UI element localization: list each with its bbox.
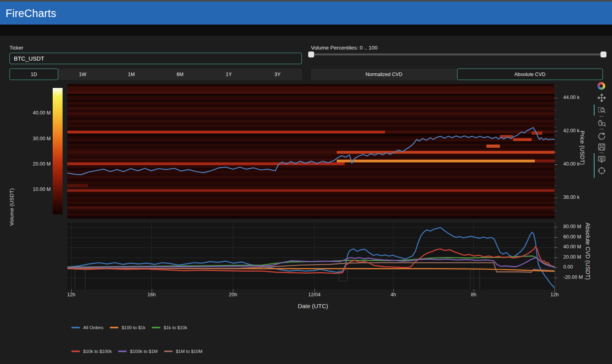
cvd-lines xyxy=(67,222,555,290)
x-tick-label: 12h xyxy=(57,292,85,297)
legend-swatch xyxy=(118,351,127,352)
cvd-minor-tick xyxy=(555,246,556,246)
timeframe-button-1m[interactable]: 1M xyxy=(107,69,156,80)
cvd-minor-tick xyxy=(555,233,556,234)
cvd-tick-mark xyxy=(555,267,557,268)
legend-item: All Orders xyxy=(71,325,103,330)
volume-colorbar xyxy=(53,88,63,214)
x-tick-label: 4h xyxy=(379,292,407,297)
cvd-minor-tick xyxy=(555,279,556,279)
cvd-mode-button-group: Normalized CVDAbsolute CVD xyxy=(311,69,603,80)
volume-tick-label: 20.00 M xyxy=(7,161,51,168)
cvd-minor-tick xyxy=(555,228,556,229)
cvd-tick-label: 0.00 xyxy=(563,264,573,271)
x-tick-label: 12/04 xyxy=(301,292,328,297)
x-tick-label: 12h xyxy=(541,292,568,297)
ticker-input[interactable] xyxy=(10,53,302,64)
price-minor-tick xyxy=(555,185,556,186)
cvd-plot[interactable] xyxy=(67,222,555,290)
cvd-axis-title: Absolute CVD (USDT) xyxy=(585,223,591,280)
price-tick-label: 40.00 k xyxy=(563,161,580,168)
percentile-min-handle[interactable] xyxy=(308,51,314,57)
x-tick-mark xyxy=(474,289,474,292)
x-tick-mark xyxy=(393,289,394,292)
cvd-tick-mark xyxy=(555,247,557,248)
percentile-label: Volume Percentiles: 0 .. 100 xyxy=(311,45,377,51)
x-tick-mark xyxy=(233,289,233,292)
price-line xyxy=(67,84,555,219)
legend-row: $10k to $100k$100k to $1M$1M to $10M xyxy=(71,349,202,354)
cvd-minor-tick xyxy=(555,223,556,223)
watermark-fragment xyxy=(470,269,480,290)
cvd-minor-tick xyxy=(555,286,556,287)
legend-label: $100 to $1k xyxy=(122,325,145,330)
price-tick-label: 38.00 k xyxy=(563,194,580,201)
price-minor-tick xyxy=(555,202,556,202)
x-tick-mark xyxy=(555,289,555,292)
percentile-max-handle[interactable] xyxy=(601,51,606,57)
cvd-minor-tick xyxy=(555,281,556,282)
timeframe-button-3y[interactable]: 3Y xyxy=(253,69,302,80)
price-minor-tick xyxy=(555,152,556,152)
price-minor-tick xyxy=(555,160,556,161)
legend-item: $1M to $10M xyxy=(164,349,202,354)
x-tick-label: 16h xyxy=(138,292,166,297)
x-axis-title: Date (UTC) xyxy=(291,303,335,309)
price-minor-tick xyxy=(555,111,556,111)
price-minor-tick xyxy=(555,177,556,177)
cvd-minor-tick xyxy=(555,261,556,261)
cvd-minor-tick xyxy=(555,253,556,254)
cvd-tick-label: 40.00 M xyxy=(563,244,581,250)
hover-icon[interactable] xyxy=(597,155,606,164)
firecharts-app: FireCharts Ticker 1D1W1M6M1Y3Y Volume Pe… xyxy=(0,0,612,364)
price-tick-mark xyxy=(555,131,557,131)
legend-swatch xyxy=(71,327,80,328)
percentile-slider-track[interactable] xyxy=(311,53,606,55)
cvd-tick-label: -20.00 M xyxy=(563,274,583,281)
price-minor-tick xyxy=(555,169,556,169)
cvd-minor-tick xyxy=(555,248,556,249)
price-minor-tick xyxy=(555,135,556,136)
legend-swatch xyxy=(164,351,173,352)
legend-label: $10k to $100k xyxy=(83,349,112,354)
active-tool-indicator xyxy=(594,153,595,178)
timeframe-button-1d[interactable]: 1D xyxy=(10,69,58,80)
price-minor-tick xyxy=(555,127,556,128)
cvd-button-absolute-cvd[interactable]: Absolute CVD xyxy=(457,69,603,80)
volume-tick-label: 30.00 M xyxy=(7,136,51,142)
cvd-button-normalized-cvd[interactable]: Normalized CVD xyxy=(311,69,457,80)
legend-swatch xyxy=(152,327,160,328)
app-header: FireCharts xyxy=(0,2,612,25)
toolbar-separator xyxy=(599,116,604,117)
cvd-minor-tick xyxy=(555,271,556,272)
wheel-zoom-icon[interactable] xyxy=(597,119,606,128)
cvd-minor-tick xyxy=(555,238,556,238)
timeframe-button-1y[interactable]: 1Y xyxy=(204,69,253,80)
crosshair-icon[interactable] xyxy=(597,166,606,175)
price-minor-tick xyxy=(555,94,556,94)
timeframe-button-1w[interactable]: 1W xyxy=(58,69,107,80)
save-icon[interactable] xyxy=(597,143,606,151)
watermark-fragment xyxy=(338,270,348,282)
x-tick-mark xyxy=(71,289,72,292)
bokeh-logo-glyph xyxy=(597,82,605,90)
cvd-tick-mark xyxy=(555,237,557,238)
timeframe-button-6m[interactable]: 6M xyxy=(156,69,204,80)
cvd-minor-tick xyxy=(555,284,556,284)
cvd-tick-label: 80.00 M xyxy=(563,224,581,230)
legend-swatch xyxy=(110,327,118,328)
heatmap-plot[interactable] xyxy=(67,84,555,219)
box-zoom-icon[interactable] xyxy=(597,105,606,114)
pan-icon[interactable] xyxy=(597,93,606,102)
bokeh-logo-icon xyxy=(597,82,606,91)
cvd-tick-label: 60.00 M xyxy=(563,234,581,240)
cvd-minor-tick xyxy=(555,241,556,241)
reset-icon[interactable] xyxy=(597,131,606,140)
legend-label: $1k to $10k xyxy=(164,325,187,330)
toolbar-separator xyxy=(599,152,604,153)
legend-swatch xyxy=(71,351,80,352)
legend-label: $1M to $10M xyxy=(176,349,202,354)
cvd-minor-tick xyxy=(555,243,556,244)
volume-axis-title: Volume (USDT) xyxy=(9,170,15,226)
price-tick-mark xyxy=(555,164,557,165)
